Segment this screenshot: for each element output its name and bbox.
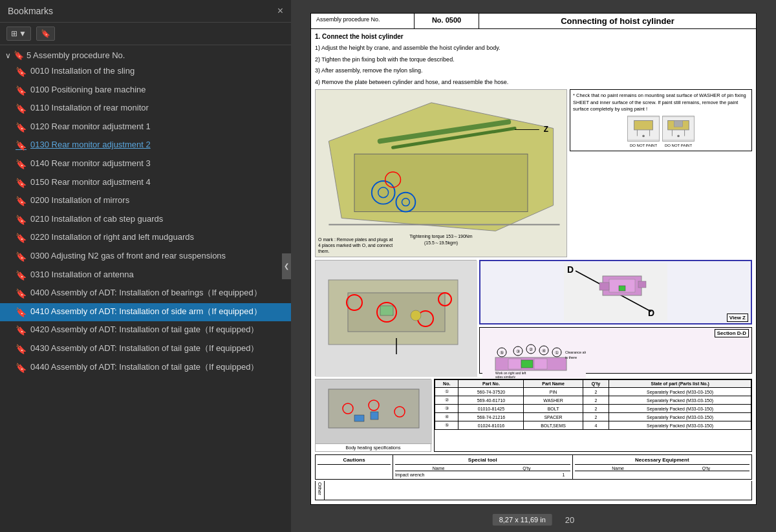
list-item[interactable]: 🔖 0310 Installation of antenna (0, 266, 291, 285)
tree-root[interactable]: ∨ 🔖 5 Assembly procedure No. (0, 48, 291, 63)
doc-section-d: D D View Z (479, 260, 752, 376)
svg-text:⊗: ⊗ (642, 134, 645, 138)
view-icon: ⊞ (11, 29, 17, 38)
col-no: No. (435, 380, 458, 388)
body-heating-label: Body heating specifications (315, 443, 431, 452)
svg-text:Z: Z (544, 125, 548, 134)
doc-main-area: Z Tightening torque 15 (315, 89, 752, 257)
bookmarks-toolbar: ⊞ ▼ 🔖 (0, 23, 291, 45)
cell-state: Separately Packed (M33-03-150) (609, 405, 751, 413)
bookmark-icon: 🔖 (16, 251, 27, 264)
section-title: 1. Connect the hoist cylinder (315, 33, 752, 40)
special-tool-row: Impact wrench 1 (395, 473, 570, 477)
svg-text:②: ② (529, 347, 533, 352)
parts-table: No. Part No. Part Name Q'ty State of par… (435, 379, 751, 430)
svg-rect-55 (508, 359, 521, 369)
bookmark-label: 0150 Rear monitor adjustment 4 (30, 176, 286, 188)
cell-no: ③ (435, 405, 458, 413)
list-item[interactable]: 🔖 0210 Installation of cab step guards (0, 211, 291, 229)
cell-partname: WASHER (524, 396, 583, 405)
page-size-badge: 8,27 x 11,69 in (493, 514, 552, 526)
bookmark-icon: 🔖 (16, 362, 27, 375)
svg-rect-40 (599, 282, 609, 290)
bookmark-list[interactable]: ∨ 🔖 5 Assembly procedure No. 🔖 0010 Inst… (0, 45, 291, 532)
view-z-box: D D View Z (479, 260, 752, 325)
other-row: Other (315, 481, 752, 500)
cell-state: Separately Packed (M33-03-150) (609, 396, 751, 405)
list-item[interactable]: 🔖 0200 Installation of mirrors (0, 192, 291, 211)
list-item[interactable]: 🔖 0400 Assembly of ADT: Installation of … (0, 284, 291, 303)
list-item[interactable]: 🔖 0300 Adjusting N2 gas of front and rea… (0, 248, 291, 266)
list-item[interactable]: 🔖 0110 Installation of rear monitor (0, 100, 291, 118)
dropdown-arrow: ▼ (19, 29, 27, 38)
impact-wrench-qty: 1 (557, 473, 570, 477)
cell-no: ① (435, 388, 458, 396)
svg-rect-14 (634, 121, 653, 130)
svg-text:D: D (567, 264, 574, 275)
o-mark-text: O mark : Remove plates and plugs at4 pla… (318, 237, 393, 254)
view-options-button[interactable]: ⊞ ▼ (6, 27, 31, 41)
cell-qty: 2 (583, 388, 609, 396)
list-item[interactable]: 🔖 0430 Assembly of ADT: Installation of … (0, 340, 291, 359)
list-item[interactable]: 🔖 0100 Positioning bare machine (0, 81, 291, 100)
list-item-linked[interactable]: 🔖 0130 Rear monitor adjustment 2 (0, 136, 291, 155)
cell-partname: PIN (524, 388, 583, 396)
impact-wrench-label: Impact wrench (395, 473, 556, 477)
list-item[interactable]: 🔖 0140 Rear monitor adjustment 3 (0, 155, 291, 174)
svg-rect-42 (619, 286, 625, 291)
list-item[interactable]: 🔖 0150 Rear monitor adjustment 4 (0, 174, 291, 193)
list-item[interactable]: 🔖 0420 Assembly of ADT: Installation of … (0, 321, 291, 340)
svg-rect-41 (638, 281, 646, 288)
note-images: ⊗ DO NOT PAINT (573, 116, 749, 148)
svg-point-33 (411, 310, 421, 321)
document-viewer[interactable]: Assembly procedure No. No. 0500 Connecti… (291, 0, 776, 532)
other-content (325, 481, 751, 500)
svg-rect-32 (380, 306, 393, 315)
detail-image (315, 260, 477, 376)
bookmark-icon: 🔖 (16, 195, 27, 208)
necessary-eq-col: Necessary Equipment Name Q'ty (573, 455, 752, 479)
instruction-1: 1) Adjust the height by crane, and assem… (315, 44, 752, 53)
main-machine-image: Z Tightening torque 15 (315, 89, 567, 257)
name-subheader: Name (395, 466, 482, 471)
close-button[interactable]: × (277, 5, 283, 17)
col-qty: Q'ty (583, 380, 609, 388)
cell-partno: 01010-81425 (458, 405, 524, 413)
table-row: ③ 01010-81425 BOLT 2 Separately Packed (… (435, 405, 751, 413)
list-item[interactable]: 🔖 0120 Rear monitor adjustment 1 (0, 118, 291, 137)
bookmark-icon: 🔖 (16, 325, 27, 337)
table-row: ④ 568-74-21216 SPACER 2 Separately Packe… (435, 413, 751, 421)
bookmark-icon: 🔖 (16, 85, 27, 98)
svg-text:D: D (648, 308, 654, 318)
list-item[interactable]: 🔖 0440 Assembly of ADT: Installation of … (0, 359, 291, 378)
other-label: Other (316, 481, 325, 500)
bookmark-label: 0420 Assembly of ADT: Installation of ta… (30, 324, 286, 335)
bookmark-label: 0300 Adjusting N2 gas of front and rear … (30, 250, 286, 262)
do-not-paint-label-2: DO NOT PAINT (665, 143, 692, 148)
col-state: State of part (Parts list No.) (609, 380, 751, 388)
doc-cautions-area: Cautions Special tool Name Q'ty Impact w… (315, 454, 752, 480)
list-item-active[interactable]: 🔖 0410 Assembly of ADT: Installation of … (0, 303, 291, 322)
cell-no: ④ (435, 413, 458, 421)
bookmark-label: 0400 Assembly of ADT: Installation of be… (30, 287, 286, 299)
section-dd-box: Section D-D ⑤ ③ ② ④ ① (479, 327, 752, 374)
svg-text:Clearance always: Clearance always (565, 350, 586, 354)
note-text: * Check that no paint remains on mountin… (573, 92, 749, 113)
bottom-image-container: Body heating specifications (315, 379, 431, 452)
bookmark-label: 0110 Installation of rear monitor (30, 102, 286, 114)
cell-qty: 4 (583, 421, 609, 430)
svg-text:③: ③ (516, 349, 520, 354)
doc-header: Assembly procedure No. No. 0500 Connecti… (310, 13, 757, 28)
collapse-panel-button[interactable]: ❮ (282, 253, 291, 279)
bookmark-add-button[interactable]: 🔖 (36, 27, 55, 41)
doc-content: 1. Connect the hoist cylinder 1) Adjust … (310, 28, 757, 505)
bookmark-icon: 🔖 (16, 343, 27, 356)
list-item[interactable]: 🔖 0220 Installation of right and left mu… (0, 229, 291, 248)
svg-text:⊗: ⊗ (677, 134, 680, 138)
list-item[interactable]: 🔖 0010 Installation of the sling (0, 63, 291, 81)
necessary-eq-header: Necessary Equipment (575, 457, 750, 465)
table-row: ② 569-40-61710 WASHER 2 Separately Packe… (435, 396, 751, 405)
cell-no: ⑤ (435, 421, 458, 430)
cell-partname: BOLT,SEMS (524, 421, 583, 430)
doc-side-panel: * Check that no paint remains on mountin… (570, 89, 752, 257)
